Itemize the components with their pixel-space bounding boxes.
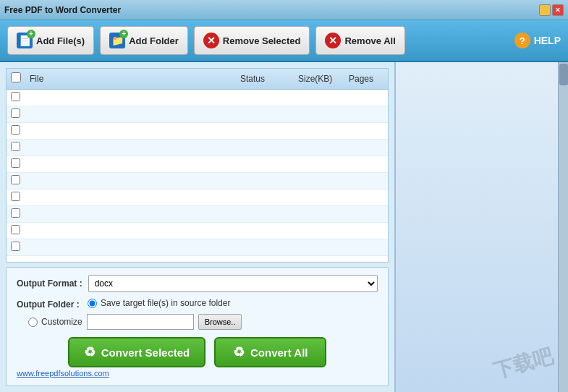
convert-selected-button[interactable]: ♻ Convert Selected [68, 337, 206, 367]
size-cell [294, 239, 344, 255]
size-cell [294, 139, 344, 155]
add-folder-button[interactable]: 📁 Add Folder [100, 26, 188, 55]
row-checkbox[interactable] [11, 208, 20, 218]
status-cell [236, 155, 294, 172]
status-cell [236, 239, 294, 255]
size-column-header: Size(KB) [294, 69, 344, 89]
customize-label: Customize [41, 317, 82, 327]
status-cell [236, 122, 294, 139]
remove-all-button[interactable]: ✕ Remove All [315, 26, 404, 55]
output-folder-row: Output Folder : Save target file(s) in s… [17, 298, 378, 330]
table-row [7, 222, 388, 239]
table-row [7, 189, 388, 205]
pages-cell [344, 155, 388, 172]
add-files-label: Add File(s) [36, 35, 85, 46]
row-checkbox[interactable] [11, 242, 20, 251]
file-cell [25, 89, 236, 106]
size-cell [294, 172, 344, 189]
save-in-source-label: Save target file(s) in source folder [101, 298, 230, 308]
row-checkbox[interactable] [11, 108, 20, 118]
table-row [7, 205, 388, 222]
customize-option: Customize [28, 317, 82, 327]
status-cell [236, 89, 294, 106]
pages-cell [344, 189, 388, 205]
file-cell [25, 139, 236, 155]
row-checkbox[interactable] [11, 142, 20, 151]
select-all-checkbox[interactable] [11, 72, 21, 82]
row-checkbox[interactable] [11, 125, 20, 135]
row-checkbox[interactable] [11, 225, 20, 234]
remove-selected-button[interactable]: ✕ Remove Selected [194, 26, 310, 55]
minimize-button[interactable] [539, 4, 551, 16]
size-cell [294, 89, 344, 106]
browse-button[interactable]: Browse.. [198, 314, 242, 330]
window-controls: ✕ [539, 4, 564, 16]
pages-cell [344, 222, 388, 239]
file-table-container: File Status Size(KB) Pages [6, 68, 389, 263]
remove-all-label: Remove All [344, 35, 395, 46]
remove-all-icon: ✕ [325, 33, 341, 48]
format-select[interactable]: docx doc rtf txt [88, 275, 378, 292]
pages-cell [344, 139, 388, 155]
watermark: 下载吧 [493, 350, 554, 378]
table-row [7, 122, 388, 139]
save-in-source-radio[interactable] [88, 299, 97, 308]
website-link[interactable]: www.freepdfsolutions.com [17, 369, 109, 378]
add-folder-label: Add Folder [129, 35, 179, 46]
pages-cell [344, 106, 388, 122]
header-checkbox-cell [7, 69, 25, 89]
help-label: HELP [534, 35, 561, 46]
add-folder-icon: 📁 [109, 33, 125, 48]
options-area: Output Format : docx doc rtf txt Output … [6, 267, 389, 386]
size-cell [294, 222, 344, 239]
pages-cell [344, 205, 388, 222]
file-cell [25, 122, 236, 139]
row-checkbox[interactable] [11, 92, 20, 101]
add-files-icon: 📄 [17, 33, 33, 48]
left-panel: File Status Size(KB) Pages [0, 62, 394, 392]
scrollbar[interactable] [558, 62, 568, 392]
app-title: Free PDF to Word Converter [4, 5, 121, 15]
main-content: File Status Size(KB) Pages [0, 62, 568, 392]
file-cell [25, 172, 236, 189]
title-bar: Free PDF to Word Converter ✕ [0, 0, 568, 20]
file-cell [25, 239, 236, 255]
table-row [7, 139, 388, 155]
close-button[interactable]: ✕ [552, 4, 564, 16]
size-cell [294, 155, 344, 172]
customize-radio[interactable] [28, 318, 38, 327]
size-cell [294, 189, 344, 205]
table-row [7, 89, 388, 106]
customize-path-input[interactable] [87, 314, 194, 330]
row-checkbox[interactable] [11, 158, 20, 168]
pages-cell [344, 89, 388, 106]
watermark-text-1: 下载吧 [491, 343, 556, 385]
customize-row: Customize Browse.. [28, 314, 242, 330]
status-cell [236, 172, 294, 189]
toolbar: 📄 Add File(s) 📁 Add Folder ✕ Remove Sele… [0, 20, 568, 62]
help-button[interactable]: ? HELP [514, 33, 561, 48]
status-cell [236, 205, 294, 222]
file-table: File Status Size(KB) Pages [7, 69, 388, 256]
file-cell [25, 222, 236, 239]
output-format-row: Output Format : docx doc rtf txt [17, 275, 378, 292]
output-folder-label: Output Folder : [17, 299, 82, 310]
convert-all-button[interactable]: ♻ Convert All [214, 337, 326, 367]
table-row [7, 106, 388, 122]
add-files-button[interactable]: 📄 Add File(s) [7, 26, 94, 55]
size-cell [294, 106, 344, 122]
file-column-header: File [25, 69, 236, 89]
output-format-label: Output Format : [17, 278, 82, 289]
scrollbar-thumb[interactable] [559, 64, 568, 85]
file-cell [25, 106, 236, 122]
file-cell [25, 155, 236, 172]
convert-all-label: Convert All [250, 346, 308, 359]
file-cell [25, 205, 236, 222]
row-checkbox[interactable] [11, 175, 20, 184]
convert-all-icon: ♻ [233, 344, 245, 360]
size-cell [294, 205, 344, 222]
pages-cell [344, 239, 388, 255]
status-cell [236, 139, 294, 155]
pages-cell [344, 172, 388, 189]
row-checkbox[interactable] [11, 192, 20, 201]
